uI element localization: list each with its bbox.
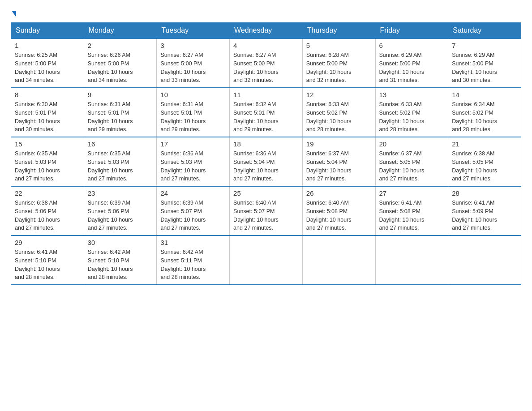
calendar-week-row: 22 Sunrise: 6:38 AM Sunset: 5:06 PM Dayl… xyxy=(11,186,521,235)
day-info: Sunrise: 6:37 AM Sunset: 5:05 PM Dayligh… xyxy=(379,150,445,183)
day-number: 11 xyxy=(233,91,299,98)
day-number: 10 xyxy=(160,91,226,98)
day-number: 5 xyxy=(306,42,372,49)
day-info: Sunrise: 6:25 AM Sunset: 5:00 PM Dayligh… xyxy=(15,51,80,85)
calendar-cell: 25 Sunrise: 6:40 AM Sunset: 5:07 PM Dayl… xyxy=(230,186,303,235)
day-number: 22 xyxy=(15,189,80,197)
calendar-cell: 10 Sunrise: 6:31 AM Sunset: 5:01 PM Dayl… xyxy=(157,88,230,137)
logo-arrow-icon xyxy=(12,11,16,17)
calendar-cell: 1 Sunrise: 6:25 AM Sunset: 5:00 PM Dayli… xyxy=(11,39,84,88)
day-number: 31 xyxy=(160,239,226,246)
day-number: 4 xyxy=(233,42,299,49)
day-info: Sunrise: 6:33 AM Sunset: 5:02 PM Dayligh… xyxy=(379,100,445,134)
calendar-cell: 27 Sunrise: 6:41 AM Sunset: 5:08 PM Dayl… xyxy=(375,186,448,235)
column-header-saturday: Saturday xyxy=(448,23,521,39)
page-header xyxy=(11,11,521,17)
day-info: Sunrise: 6:36 AM Sunset: 5:04 PM Dayligh… xyxy=(233,150,299,183)
calendar-cell: 6 Sunrise: 6:29 AM Sunset: 5:00 PM Dayli… xyxy=(375,39,448,88)
day-info: Sunrise: 6:27 AM Sunset: 5:00 PM Dayligh… xyxy=(233,51,299,85)
day-info: Sunrise: 6:39 AM Sunset: 5:06 PM Dayligh… xyxy=(88,199,153,232)
day-info: Sunrise: 6:39 AM Sunset: 5:07 PM Dayligh… xyxy=(160,199,226,232)
day-number: 2 xyxy=(88,42,153,49)
day-number: 19 xyxy=(306,140,372,148)
column-header-friday: Friday xyxy=(375,23,448,39)
calendar-cell: 15 Sunrise: 6:35 AM Sunset: 5:03 PM Dayl… xyxy=(11,137,84,186)
calendar-cell: 5 Sunrise: 6:28 AM Sunset: 5:00 PM Dayli… xyxy=(302,39,375,88)
day-info: Sunrise: 6:41 AM Sunset: 5:08 PM Dayligh… xyxy=(379,199,445,232)
calendar-cell xyxy=(448,235,521,285)
calendar-cell: 8 Sunrise: 6:30 AM Sunset: 5:01 PM Dayli… xyxy=(11,88,84,137)
day-info: Sunrise: 6:32 AM Sunset: 5:01 PM Dayligh… xyxy=(233,100,299,134)
calendar-cell: 28 Sunrise: 6:41 AM Sunset: 5:09 PM Dayl… xyxy=(448,186,521,235)
day-info: Sunrise: 6:42 AM Sunset: 5:11 PM Dayligh… xyxy=(160,248,226,282)
day-number: 6 xyxy=(379,42,445,49)
calendar-cell xyxy=(375,235,448,285)
day-info: Sunrise: 6:26 AM Sunset: 5:00 PM Dayligh… xyxy=(88,51,153,85)
column-header-wednesday: Wednesday xyxy=(230,23,303,39)
day-number: 24 xyxy=(160,189,226,197)
calendar-cell xyxy=(230,235,303,285)
day-info: Sunrise: 6:38 AM Sunset: 5:05 PM Dayligh… xyxy=(452,150,517,183)
calendar-cell: 16 Sunrise: 6:35 AM Sunset: 5:03 PM Dayl… xyxy=(84,137,157,186)
day-number: 30 xyxy=(88,239,153,246)
day-number: 28 xyxy=(452,189,517,197)
calendar-cell: 17 Sunrise: 6:36 AM Sunset: 5:03 PM Dayl… xyxy=(157,137,230,186)
day-info: Sunrise: 6:30 AM Sunset: 5:01 PM Dayligh… xyxy=(15,100,80,134)
calendar-cell: 23 Sunrise: 6:39 AM Sunset: 5:06 PM Dayl… xyxy=(84,186,157,235)
calendar-cell: 3 Sunrise: 6:27 AM Sunset: 5:00 PM Dayli… xyxy=(157,39,230,88)
day-info: Sunrise: 6:27 AM Sunset: 5:00 PM Dayligh… xyxy=(160,51,226,85)
day-info: Sunrise: 6:29 AM Sunset: 5:00 PM Dayligh… xyxy=(379,51,445,85)
calendar-cell: 9 Sunrise: 6:31 AM Sunset: 5:01 PM Dayli… xyxy=(84,88,157,137)
day-number: 14 xyxy=(452,91,517,98)
calendar-cell: 12 Sunrise: 6:33 AM Sunset: 5:02 PM Dayl… xyxy=(302,88,375,137)
day-info: Sunrise: 6:37 AM Sunset: 5:04 PM Dayligh… xyxy=(306,150,372,183)
calendar-week-row: 15 Sunrise: 6:35 AM Sunset: 5:03 PM Dayl… xyxy=(11,137,521,186)
day-info: Sunrise: 6:40 AM Sunset: 5:08 PM Dayligh… xyxy=(306,199,372,232)
column-header-sunday: Sunday xyxy=(11,23,84,39)
calendar-cell: 20 Sunrise: 6:37 AM Sunset: 5:05 PM Dayl… xyxy=(375,137,448,186)
day-number: 29 xyxy=(15,239,80,246)
day-number: 9 xyxy=(88,91,153,98)
day-number: 27 xyxy=(379,189,445,197)
day-info: Sunrise: 6:29 AM Sunset: 5:00 PM Dayligh… xyxy=(452,51,517,85)
calendar-cell: 30 Sunrise: 6:42 AM Sunset: 5:10 PM Dayl… xyxy=(84,235,157,285)
day-number: 8 xyxy=(15,91,80,98)
day-number: 17 xyxy=(160,140,226,148)
calendar-header-row: SundayMondayTuesdayWednesdayThursdayFrid… xyxy=(11,23,521,39)
column-header-tuesday: Tuesday xyxy=(157,23,230,39)
day-number: 3 xyxy=(160,42,226,49)
day-number: 25 xyxy=(233,189,299,197)
calendar-cell: 24 Sunrise: 6:39 AM Sunset: 5:07 PM Dayl… xyxy=(157,186,230,235)
day-number: 12 xyxy=(306,91,372,98)
day-info: Sunrise: 6:41 AM Sunset: 5:10 PM Dayligh… xyxy=(15,248,80,282)
calendar-cell: 19 Sunrise: 6:37 AM Sunset: 5:04 PM Dayl… xyxy=(302,137,375,186)
calendar-cell: 2 Sunrise: 6:26 AM Sunset: 5:00 PM Dayli… xyxy=(84,39,157,88)
column-header-thursday: Thursday xyxy=(302,23,375,39)
day-number: 26 xyxy=(306,189,372,197)
day-info: Sunrise: 6:31 AM Sunset: 5:01 PM Dayligh… xyxy=(160,100,226,134)
day-number: 16 xyxy=(88,140,153,148)
day-info: Sunrise: 6:41 AM Sunset: 5:09 PM Dayligh… xyxy=(452,199,517,232)
day-number: 1 xyxy=(15,42,80,49)
day-number: 18 xyxy=(233,140,299,148)
day-number: 7 xyxy=(452,42,517,49)
day-number: 15 xyxy=(15,140,80,148)
day-info: Sunrise: 6:31 AM Sunset: 5:01 PM Dayligh… xyxy=(88,100,153,134)
day-info: Sunrise: 6:28 AM Sunset: 5:00 PM Dayligh… xyxy=(306,51,372,85)
calendar-cell: 18 Sunrise: 6:36 AM Sunset: 5:04 PM Dayl… xyxy=(230,137,303,186)
day-info: Sunrise: 6:33 AM Sunset: 5:02 PM Dayligh… xyxy=(306,100,372,134)
calendar-cell: 31 Sunrise: 6:42 AM Sunset: 5:11 PM Dayl… xyxy=(157,235,230,285)
calendar-week-row: 1 Sunrise: 6:25 AM Sunset: 5:00 PM Dayli… xyxy=(11,39,521,88)
logo xyxy=(11,11,16,17)
day-info: Sunrise: 6:38 AM Sunset: 5:06 PM Dayligh… xyxy=(15,199,80,232)
day-number: 23 xyxy=(88,189,153,197)
calendar-cell: 11 Sunrise: 6:32 AM Sunset: 5:01 PM Dayl… xyxy=(230,88,303,137)
calendar-cell: 29 Sunrise: 6:41 AM Sunset: 5:10 PM Dayl… xyxy=(11,235,84,285)
column-header-monday: Monday xyxy=(84,23,157,39)
day-number: 20 xyxy=(379,140,445,148)
calendar-cell: 21 Sunrise: 6:38 AM Sunset: 5:05 PM Dayl… xyxy=(448,137,521,186)
day-info: Sunrise: 6:35 AM Sunset: 5:03 PM Dayligh… xyxy=(88,150,153,183)
day-info: Sunrise: 6:40 AM Sunset: 5:07 PM Dayligh… xyxy=(233,199,299,232)
calendar-cell: 4 Sunrise: 6:27 AM Sunset: 5:00 PM Dayli… xyxy=(230,39,303,88)
day-number: 21 xyxy=(452,140,517,148)
